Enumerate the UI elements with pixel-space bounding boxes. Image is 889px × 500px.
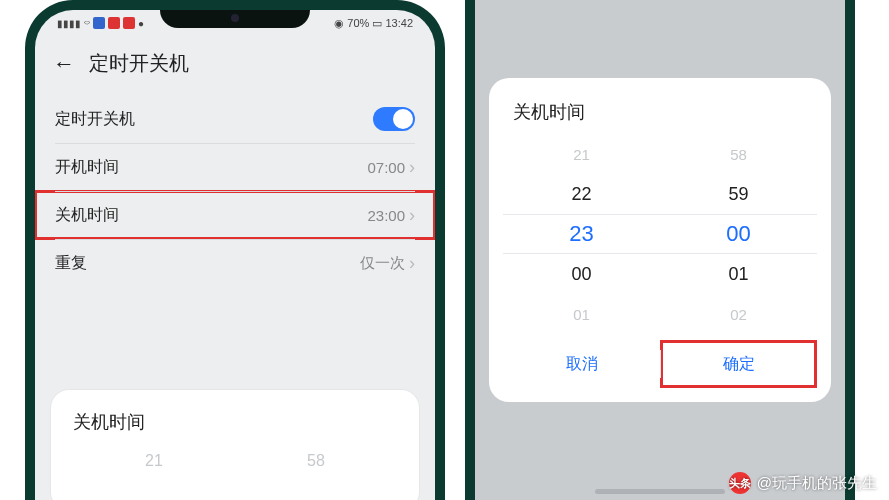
picker-item-selected: 23 [503, 214, 660, 254]
picker-minute-fade: 58 [307, 452, 325, 470]
time-picker-card-peek: 关机时间 21 58 [51, 390, 419, 500]
phone-frame-left: ▮▮▮▮ ⌔ ● ◉ 70% ▭ 13:42 ← 定时开关机 定时开关机 [25, 0, 445, 500]
gesture-nav-pill[interactable] [595, 489, 725, 494]
picker-item: 01 [660, 254, 817, 294]
row-label: 开机时间 [55, 157, 119, 178]
app-badge-icon [93, 17, 105, 29]
battery-bar-icon: ▭ [372, 17, 382, 29]
picker-item: 02 [660, 294, 817, 334]
row-power-on-time[interactable]: 开机时间 07:00 › [35, 143, 435, 191]
wifi-icon: ⌔ [84, 18, 90, 29]
picker-item: 58 [660, 134, 817, 174]
picker-item: 21 [503, 134, 660, 174]
signal-icon: ▮▮▮▮ [57, 18, 81, 29]
row-value: 仅一次 [360, 254, 405, 273]
picker-hour-column[interactable]: 21 22 23 00 01 [503, 134, 660, 334]
battery-percent: 70% [347, 17, 369, 29]
picker-item: 01 [503, 294, 660, 334]
time-picker-dialog: 关机时间 21 22 23 00 01 58 59 00 01 02 [489, 78, 831, 402]
row-value: 23:00 [367, 207, 405, 224]
row-label: 定时开关机 [55, 109, 135, 130]
app-badge-icon [108, 17, 120, 29]
chevron-right-icon: › [409, 206, 415, 224]
watermark-text: @玩手机的张先生 [757, 474, 877, 493]
toutiao-logo-icon: 头条 [729, 472, 751, 494]
picker-item: 00 [503, 254, 660, 294]
page-title: 定时开关机 [89, 50, 189, 77]
wechat-icon: ● [138, 18, 144, 29]
toggle-switch[interactable] [373, 107, 415, 131]
row-power-off-time[interactable]: 关机时间 23:00 › [35, 191, 435, 239]
time-picker[interactable]: 21 22 23 00 01 58 59 00 01 02 [503, 134, 817, 334]
phone-frame-right: 关机时间 21 22 23 00 01 58 59 00 01 02 [465, 0, 855, 500]
picker-hour-fade: 21 [145, 452, 163, 470]
app-badge-icon [123, 17, 135, 29]
back-icon[interactable]: ← [53, 51, 75, 77]
picker-item-selected: 00 [660, 214, 817, 254]
row-label: 重复 [55, 253, 87, 274]
row-value: 07:00 [367, 159, 405, 176]
dialog-button-bar: 取消 确定 [503, 340, 817, 388]
ok-button[interactable]: 确定 [660, 340, 817, 388]
chevron-right-icon: › [409, 158, 415, 176]
row-repeat[interactable]: 重复 仅一次 › [35, 239, 435, 287]
watermark: 头条 @玩手机的张先生 [729, 472, 877, 494]
picker-item: 59 [660, 174, 817, 214]
settings-list: 定时开关机 开机时间 07:00 › 关机时间 23:00 › 重复 [35, 95, 435, 287]
chevron-right-icon: › [409, 254, 415, 272]
row-label: 关机时间 [55, 205, 119, 226]
picker-minute-column[interactable]: 58 59 00 01 02 [660, 134, 817, 334]
card-title: 关机时间 [73, 410, 397, 434]
battery-icon: ◉ [334, 17, 344, 29]
clock: 13:42 [385, 17, 413, 29]
picker-item: 22 [503, 174, 660, 214]
cancel-button[interactable]: 取消 [503, 340, 660, 388]
page-header: ← 定时开关机 [35, 36, 435, 95]
status-bar: ▮▮▮▮ ⌔ ● ◉ 70% ▭ 13:42 [35, 10, 435, 36]
dialog-title: 关机时间 [503, 100, 817, 124]
row-toggle-scheduled-power[interactable]: 定时开关机 [35, 95, 435, 143]
